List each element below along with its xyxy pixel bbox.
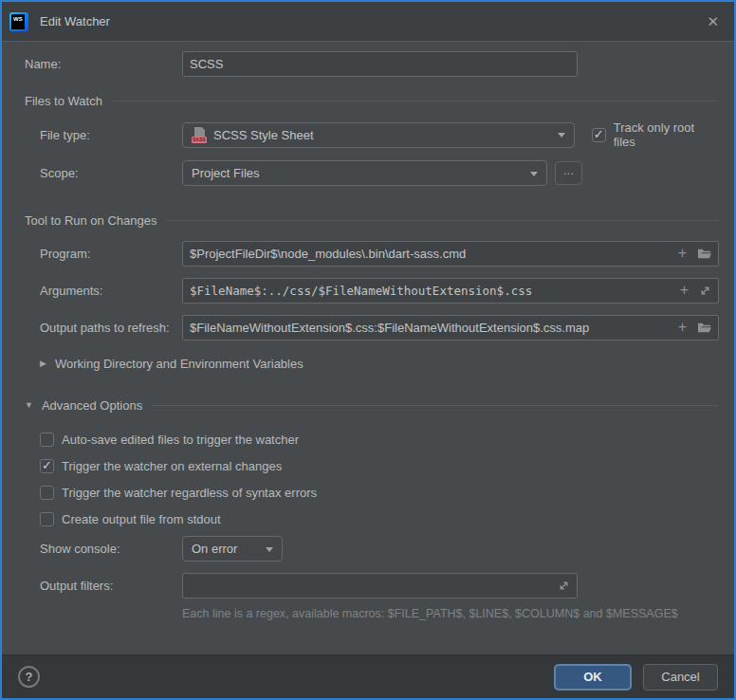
checkbox-label: Auto-save edited files to trigger the wa… xyxy=(62,433,299,447)
track-root-files-label: Track only root files xyxy=(614,120,719,149)
insert-macro-icon[interactable]: + xyxy=(678,320,687,335)
program-field-wrap: + xyxy=(182,241,719,267)
scope-browse-button[interactable]: … xyxy=(555,161,582,185)
output-paths-input[interactable] xyxy=(190,321,668,335)
expand-icon[interactable] xyxy=(558,580,570,592)
tool-section-header: Tool to Run on Changes xyxy=(2,212,734,229)
scope-value: Project Files xyxy=(192,166,260,180)
chevron-down-icon xyxy=(558,133,565,141)
close-icon[interactable]: ✕ xyxy=(703,12,723,30)
working-dir-label: Working Directory and Environment Variab… xyxy=(55,357,304,371)
advanced-section-title: Advanced Options xyxy=(42,398,142,413)
output-filters-row: Output filters: xyxy=(2,573,734,599)
chevron-down-icon: ▼ xyxy=(25,400,33,410)
scope-select[interactable]: Project Files xyxy=(182,160,547,186)
browse-folder-icon[interactable] xyxy=(697,322,711,334)
webstorm-badge: WS xyxy=(11,14,25,29)
browse-folder-icon[interactable] xyxy=(697,248,711,260)
show-console-label: Show console: xyxy=(25,542,182,556)
checkbox-row-autosave: ✓ Auto-save edited files to trigger the … xyxy=(2,430,734,449)
dialog-footer: ? OK Cancel xyxy=(2,654,734,698)
name-field-wrap xyxy=(182,51,578,77)
files-section-header: Files to Watch xyxy=(2,92,734,109)
name-label: Name: xyxy=(25,57,182,71)
checkbox-label: Create output file from stdout xyxy=(62,512,221,526)
cancel-button[interactable]: Cancel xyxy=(643,664,718,691)
output-filters-hint: Each line is a regex, available macros: … xyxy=(2,607,734,620)
output-filters-label: Output filters: xyxy=(25,579,182,593)
scss-file-icon: SASS xyxy=(192,127,207,143)
chevron-right-icon: ▶ xyxy=(40,359,46,368)
check-icon: ✓ xyxy=(42,459,52,471)
tool-section-title: Tool to Run on Changes xyxy=(25,213,156,228)
ok-button[interactable]: OK xyxy=(554,664,632,691)
program-input[interactable] xyxy=(190,247,668,261)
file-type-row: File type: SASS SCSS Style Sheet ✓ Track… xyxy=(2,120,734,149)
output-filters-field-wrap xyxy=(182,573,578,599)
show-console-value: On error xyxy=(192,542,237,556)
checkbox-label: Trigger the watcher on external changes xyxy=(62,459,282,473)
external-changes-checkbox[interactable]: ✓ xyxy=(40,459,54,473)
track-root-files-checkbox[interactable]: ✓ xyxy=(592,128,606,142)
file-type-select[interactable]: SASS SCSS Style Sheet xyxy=(182,122,575,148)
chevron-down-icon xyxy=(266,547,273,556)
section-divider xyxy=(152,405,719,406)
checkbox-row-syntax-errors: ✓ Trigger the watcher regardless of synt… xyxy=(2,483,734,502)
syntax-errors-checkbox[interactable]: ✓ xyxy=(40,486,54,500)
dialog-body: Name: Files to Watch File type: SASS SCS… xyxy=(2,42,734,654)
webstorm-icon: WS xyxy=(9,12,28,31)
file-type-value: SCSS Style Sheet xyxy=(213,128,314,142)
output-paths-field-wrap: + xyxy=(182,315,719,341)
stdout-checkbox[interactable]: ✓ xyxy=(40,512,54,526)
name-input[interactable] xyxy=(190,57,570,71)
checkbox-label: Trigger the watcher regardless of syntax… xyxy=(62,486,317,500)
section-divider xyxy=(166,220,719,221)
expand-icon[interactable] xyxy=(699,285,711,297)
insert-macro-icon[interactable]: + xyxy=(680,283,689,298)
name-row: Name: xyxy=(2,51,734,77)
scope-row: Scope: Project Files … xyxy=(2,160,734,186)
file-type-label: File type: xyxy=(25,128,182,142)
working-dir-toggle[interactable]: ▶ Working Directory and Environment Vari… xyxy=(2,354,734,373)
output-paths-row: Output paths to refresh: + xyxy=(2,315,734,341)
insert-macro-icon[interactable]: + xyxy=(678,246,687,261)
arguments-label: Arguments: xyxy=(25,284,182,298)
titlebar: WS Edit Watcher ✕ xyxy=(2,2,734,42)
scope-label: Scope: xyxy=(25,166,182,180)
show-console-row: Show console: On error xyxy=(2,536,734,562)
section-divider xyxy=(112,101,719,101)
checkbox-row-stdout: ✓ Create output file from stdout xyxy=(2,509,734,528)
checkbox-row-external-changes: ✓ Trigger the watcher on external change… xyxy=(2,456,734,475)
arguments-input[interactable] xyxy=(190,284,670,298)
arguments-field-wrap: + xyxy=(182,278,719,304)
advanced-section-header[interactable]: ▼ Advanced Options xyxy=(2,396,734,414)
dialog-title: Edit Watcher xyxy=(40,14,110,28)
edit-watcher-dialog: WS Edit Watcher ✕ Name: Files to Watch F… xyxy=(0,0,736,700)
help-button[interactable]: ? xyxy=(18,666,40,688)
arguments-row: Arguments: + xyxy=(2,278,734,304)
program-label: Program: xyxy=(25,247,182,261)
files-section-title: Files to Watch xyxy=(25,94,102,108)
check-icon: ✓ xyxy=(594,128,604,140)
autosave-checkbox[interactable]: ✓ xyxy=(40,433,54,447)
output-paths-label: Output paths to refresh: xyxy=(25,321,182,335)
show-console-select[interactable]: On error xyxy=(182,536,283,562)
program-row: Program: + xyxy=(2,241,734,267)
output-filters-input[interactable] xyxy=(190,579,547,593)
chevron-down-icon xyxy=(530,172,538,180)
